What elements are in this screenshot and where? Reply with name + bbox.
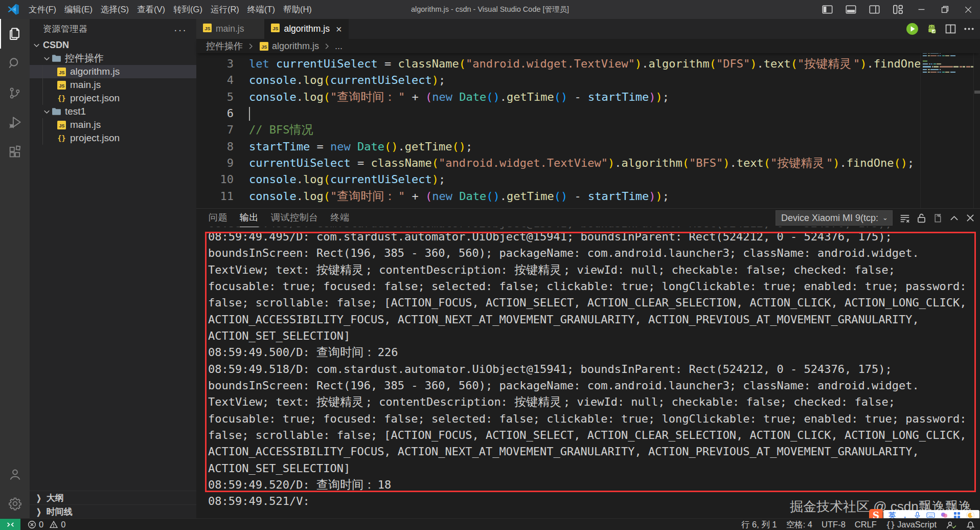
code-text: console.log(currentUiSelect);: [249, 171, 445, 188]
breadcrumb-item[interactable]: algorithm.js: [272, 41, 319, 52]
tree-item-label: 控件操作: [65, 52, 104, 65]
text-fragment: [452, 190, 459, 203]
maximize-panel-icon[interactable]: [948, 212, 960, 224]
minimize-button[interactable]: [909, 0, 933, 19]
more-actions-icon[interactable]: ···: [174, 24, 187, 36]
panel-tab-调试控制台[interactable]: 调试控制台: [271, 209, 318, 227]
minimap-segment: [942, 55, 945, 56]
activitybar-source-control-icon[interactable]: [0, 78, 30, 108]
more-actions-icon[interactable]: [963, 23, 975, 35]
output-line: ACTION_ACCESSIBILITY_FOCUS, ACTION_NEXT_…: [208, 312, 919, 328]
menu-edit[interactable]: 编辑(E): [60, 0, 97, 19]
menu-view[interactable]: 查看(V): [133, 0, 169, 19]
code-line-5: 5console.log("查询时间：" + (new Date().getTi…: [196, 89, 980, 106]
tree-folder-test1[interactable]: test1: [30, 105, 196, 118]
menu-run[interactable]: 运行(R): [207, 0, 243, 19]
menu-selection[interactable]: 选择(S): [97, 0, 133, 19]
tree-folder-CSDN[interactable]: CSDN: [30, 38, 196, 52]
run-icon[interactable]: [906, 23, 919, 35]
status-cursor-position[interactable]: 行 6, 列 1: [741, 519, 777, 530]
line-number: 11: [196, 188, 234, 205]
activitybar-accounts-icon[interactable]: [0, 459, 30, 489]
breadcrumb-item[interactable]: 控件操作: [206, 40, 243, 52]
tree-file-project.json[interactable]: {}project.json: [30, 92, 196, 105]
status-autojs-status[interactable]: [946, 520, 956, 529]
code-editor[interactable]: 3let currentUiSelect = className("androi…: [196, 53, 980, 208]
tree-folder-控件操作[interactable]: 控件操作: [30, 52, 196, 65]
activitybar-search-icon[interactable]: [0, 49, 30, 78]
split-editor-icon[interactable]: [945, 23, 956, 35]
remote-indicator[interactable]: [0, 519, 20, 530]
sidebar-section-大纲[interactable]: ❯大纲: [30, 491, 196, 504]
tree-file-main.js[interactable]: JSmain.js: [30, 78, 196, 92]
activitybar-explorer-icon[interactable]: [0, 19, 30, 49]
menu-file[interactable]: 文件(F): [25, 0, 60, 19]
menu-help[interactable]: 帮助(H): [279, 0, 316, 19]
autojs-connect-icon[interactable]: [925, 23, 938, 35]
unlock-icon[interactable]: [916, 212, 927, 224]
js-file-icon: JS: [56, 67, 66, 76]
panel-tab-终端[interactable]: 终端: [331, 209, 350, 227]
problems-status[interactable]: 0 0: [28, 520, 65, 529]
toggle-sidebar-icon[interactable]: [815, 0, 839, 19]
text-fragment: ): [649, 91, 655, 103]
tab-main.js[interactable]: JSmain.js: [196, 19, 264, 39]
status-bar: 0 0 行 6, 列 1空格: 4UTF-8CRLF{}JavaScript: [0, 518, 980, 530]
toggle-secondary-sidebar-icon[interactable]: [862, 0, 886, 19]
text-fragment: [581, 190, 588, 203]
text-fragment: startTime: [588, 91, 649, 103]
chevron-down-icon: [42, 54, 51, 63]
tab-algorithm.js[interactable]: JSalgorithm.js×: [264, 19, 348, 39]
file-tree: CSDN控件操作JSalgorithm.jsJSmain.js{}project…: [30, 38, 196, 145]
code-text: console.log("查询时间：" + (new Date().getTim…: [249, 89, 669, 105]
text-fragment: =: [384, 57, 391, 70]
panel-tabs: 问题输出调试控制台终端: [196, 209, 350, 227]
breadcrumb-item[interactable]: ...: [335, 41, 343, 52]
panel-tab-问题[interactable]: 问题: [209, 209, 227, 227]
close-panel-icon[interactable]: [965, 212, 976, 224]
customize-layout-icon[interactable]: [886, 0, 909, 19]
status-eol[interactable]: CRLF: [855, 520, 877, 529]
text-fragment: (): [554, 91, 568, 103]
ime-keyboard-icon[interactable]: [926, 512, 935, 519]
device-selector-dropdown[interactable]: Device Xiaomi MI 9(tcp: ⌄: [776, 210, 893, 226]
tree-file-algorithm.js[interactable]: JSalgorithm.js: [30, 65, 196, 78]
menu-terminal[interactable]: 终端(T): [243, 0, 279, 19]
sidebar-section-时间线[interactable]: ❯时间线: [30, 504, 196, 518]
folder-icon: [51, 107, 61, 116]
menu-go[interactable]: 转到(G): [169, 0, 207, 19]
ime-skin-icon[interactable]: [941, 512, 948, 519]
status-notifications[interactable]: [966, 520, 975, 529]
close-button[interactable]: [956, 0, 980, 19]
output-line: focusable: true; focused: false; selecte…: [208, 411, 966, 428]
activitybar-settings-icon[interactable]: [0, 489, 30, 518]
open-in-editor-icon[interactable]: [932, 212, 943, 224]
tree-file-main.js[interactable]: JSmain.js: [30, 118, 196, 131]
activitybar-extensions-icon[interactable]: [0, 138, 30, 167]
text-fragment: ;: [663, 190, 669, 203]
clear-output-icon[interactable]: [899, 212, 910, 224]
minimap-segment: [928, 72, 930, 73]
panel-tab-输出[interactable]: 输出: [240, 209, 259, 227]
text-fragment: =: [357, 157, 364, 169]
status-label: JavaScript: [897, 520, 937, 529]
tree-file-project.json[interactable]: {}project.json: [30, 131, 196, 145]
text-fragment: [405, 190, 412, 203]
status-encoding[interactable]: UTF-8: [822, 520, 846, 529]
text-fragment: getTime: [405, 140, 452, 153]
ime-grid-icon[interactable]: [953, 512, 961, 519]
svg-text:JS: JS: [59, 70, 64, 75]
minimap-segment: [933, 63, 936, 64]
status-language-mode[interactable]: {}JavaScript: [886, 520, 937, 529]
activitybar-run-debug-icon[interactable]: [0, 108, 30, 138]
close-icon[interactable]: ×: [336, 24, 342, 34]
text-fragment: [419, 91, 425, 103]
status-indentation[interactable]: 空格: 4: [786, 519, 812, 530]
minimap[interactable]: [920, 39, 973, 208]
output-console[interactable]: 08:59:49.495/D: com.stardust.automator.U…: [196, 208, 980, 518]
minimap-segment: [923, 66, 931, 67]
restore-button[interactable]: [933, 0, 956, 19]
toggle-panel-icon[interactable]: [839, 0, 862, 19]
chevron-right-icon: ❯: [36, 507, 41, 516]
breadcrumbs[interactable]: 控件操作JSalgorithm.js...: [196, 39, 980, 53]
